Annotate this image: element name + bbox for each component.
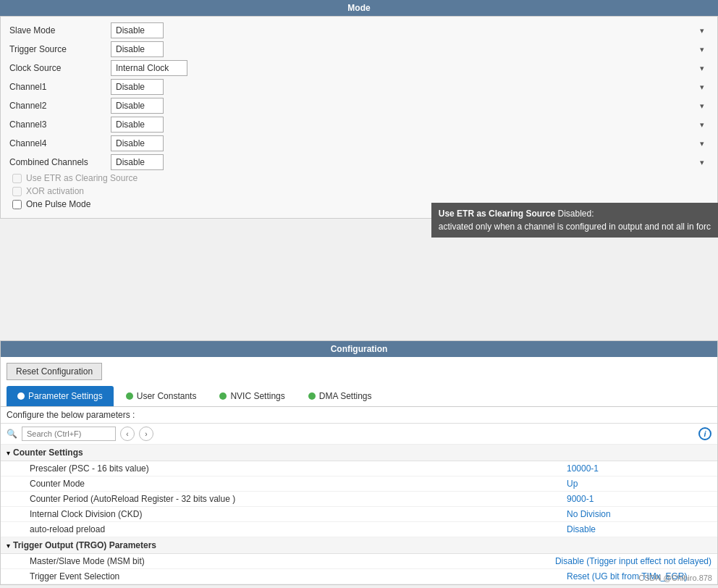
search-input[interactable] — [22, 427, 116, 441]
tooltip-box: Use ETR as Clearing Source Disabled: act… — [431, 203, 718, 238]
param-ckd-name: Internal Clock Division (CKD) — [30, 509, 567, 519]
channel4-select[interactable]: Disable — [111, 135, 164, 151]
table-row: Counter Period (AutoReload Register - 32… — [1, 492, 717, 507]
combined-channels-select-wrapper: Disable — [111, 154, 709, 170]
one-pulse-checkbox[interactable] — [12, 200, 22, 209]
info-icon: i — [698, 427, 711, 440]
param-trigger-event-name: Trigger Event Selection — [30, 571, 567, 581]
channel4-select-wrapper: Disable — [111, 135, 709, 151]
channel1-select-wrapper: Disable — [111, 79, 709, 95]
tab-label-user: User Constants — [137, 391, 197, 401]
table-row: Trigger Event Selection Reset (UG bit fr… — [1, 569, 717, 584]
channel2-row: Channel2 Disable — [9, 98, 709, 114]
param-msm-name: Master/Slave Mode (MSM bit) — [30, 556, 555, 566]
search-icon: 🔍 — [7, 429, 17, 439]
tooltip-text: Disabled: — [555, 209, 594, 219]
counter-settings-title: Counter Settings — [13, 448, 83, 458]
tab-dma-settings[interactable]: DMA Settings — [297, 386, 383, 406]
param-autoreload-value: Disable — [567, 524, 711, 534]
slave-mode-row: Slave Mode Disable — [9, 22, 709, 38]
use-etr-checkbox[interactable] — [12, 174, 22, 183]
clock-source-select-wrapper: Internal Clock — [111, 60, 709, 76]
param-counter-period-value: 9000-1 — [567, 494, 711, 504]
tab-nvic-settings[interactable]: NVIC Settings — [208, 386, 295, 406]
slave-mode-select[interactable]: Disable — [111, 22, 164, 38]
channel4-row: Channel4 Disable — [9, 135, 709, 151]
trigger-source-select-wrapper: Disable — [111, 41, 709, 57]
combined-channels-select[interactable]: Disable — [111, 154, 164, 170]
param-prescaler-value: 10000-1 — [567, 463, 711, 474]
param-counter-period-name: Counter Period (AutoReload Register - 32… — [30, 494, 567, 504]
trgo-title: Trigger Output (TRGO) Parameters — [13, 540, 156, 550]
table-row: Internal Clock Division (CKD) No Divisio… — [1, 507, 717, 522]
channel4-label: Channel4 — [9, 138, 111, 148]
config-header: Configuration — [1, 341, 717, 357]
xor-checkbox-row: XOR activation — [9, 186, 709, 196]
use-etr-label: Use ETR as Clearing Source — [26, 173, 138, 183]
table-row: Counter Mode Up — [1, 476, 717, 492]
param-autoreload-name: auto-reload preload — [30, 524, 567, 534]
tab-parameter-settings[interactable]: Parameter Settings — [7, 386, 114, 406]
counter-settings-group: ▾ Counter Settings Prescaler (PSC - 16 b… — [1, 445, 717, 537]
clock-source-select[interactable]: Internal Clock — [111, 60, 187, 76]
watermark: CSDN @Chihiro.878 — [638, 574, 712, 582]
mode-header: Mode — [0, 0, 718, 16]
channel1-label: Channel1 — [9, 82, 111, 92]
trgo-params: Master/Slave Mode (MSM bit) Disable (Tri… — [1, 554, 717, 584]
config-description: Configure the below parameters : — [1, 407, 717, 424]
table-row: auto-reload preload Disable — [1, 522, 717, 537]
param-ckd-value: No Division — [567, 509, 711, 519]
slave-mode-select-wrapper: Disable — [111, 22, 709, 38]
trigger-source-select[interactable]: Disable — [111, 41, 164, 57]
table-row: Master/Slave Mode (MSM bit) Disable (Tri… — [1, 554, 717, 569]
one-pulse-label: One Pulse Mode — [26, 199, 90, 209]
param-prescaler-name: Prescaler (PSC - 16 bits value) — [30, 463, 567, 474]
channel1-select[interactable]: Disable — [111, 79, 164, 95]
channel3-select[interactable]: Disable — [111, 117, 164, 133]
param-msm-value: Disable (Trigger input effect not delaye… — [555, 556, 711, 566]
channel2-select-wrapper: Disable — [111, 98, 709, 114]
tab-label-nvic: NVIC Settings — [230, 391, 284, 401]
config-section: Configuration Reset Configuration Parame… — [0, 340, 718, 585]
prev-search-button[interactable]: ‹ — [120, 427, 135, 441]
channel3-row: Channel3 Disable — [9, 117, 709, 133]
combined-channels-row: Combined Channels Disable — [9, 154, 709, 170]
combined-channels-label: Combined Channels — [9, 157, 111, 167]
mode-form: Slave Mode Disable Trigger Source Disabl… — [0, 16, 718, 219]
counter-arrow: ▾ — [7, 449, 10, 457]
trigger-source-row: Trigger Source Disable — [9, 41, 709, 57]
counter-settings-header[interactable]: ▾ Counter Settings — [1, 445, 717, 461]
channel1-row: Channel1 Disable — [9, 79, 709, 95]
reset-config-button[interactable]: Reset Configuration — [7, 363, 102, 380]
use-etr-checkbox-row: Use ETR as Clearing Source — [9, 173, 709, 183]
next-search-button[interactable]: › — [139, 427, 153, 441]
tab-dot-parameter — [17, 392, 25, 400]
param-counter-mode-name: Counter Mode — [30, 479, 567, 489]
search-bar: 🔍 ‹ › i — [1, 424, 717, 445]
tab-dot-user — [126, 392, 133, 400]
channel2-select[interactable]: Disable — [111, 98, 164, 114]
trigger-source-label: Trigger Source — [9, 44, 111, 54]
tooltip-description: activated only when a channel is configu… — [439, 222, 711, 232]
trgo-header[interactable]: ▾ Trigger Output (TRGO) Parameters — [1, 537, 717, 554]
tab-label-dma: DMA Settings — [319, 391, 372, 401]
mode-section: Mode Slave Mode Disable Trigger Source D… — [0, 0, 718, 335]
param-counter-mode-value: Up — [567, 479, 711, 489]
clock-source-row: Clock Source Internal Clock — [9, 60, 709, 76]
params-table: ▾ Counter Settings Prescaler (PSC - 16 b… — [1, 445, 717, 584]
tooltip-bold: Use ETR as Clearing Source — [439, 209, 555, 219]
tabs-bar: Parameter Settings User Constants NVIC S… — [1, 386, 717, 407]
clock-source-label: Clock Source — [9, 63, 111, 73]
xor-checkbox[interactable] — [12, 187, 22, 196]
channel2-label: Channel2 — [9, 101, 111, 111]
table-row: Prescaler (PSC - 16 bits value) 10000-1 — [1, 461, 717, 476]
slave-mode-label: Slave Mode — [9, 25, 111, 35]
tab-dot-nvic — [219, 392, 227, 400]
xor-label: XOR activation — [26, 186, 84, 196]
channel3-label: Channel3 — [9, 119, 111, 130]
tab-user-constants[interactable]: User Constants — [115, 386, 208, 406]
tab-dot-dma — [308, 392, 316, 400]
trgo-group: ▾ Trigger Output (TRGO) Parameters Maste… — [1, 537, 717, 584]
trgo-arrow: ▾ — [7, 542, 10, 550]
mode-content: Slave Mode Disable Trigger Source Disabl… — [0, 16, 718, 335]
